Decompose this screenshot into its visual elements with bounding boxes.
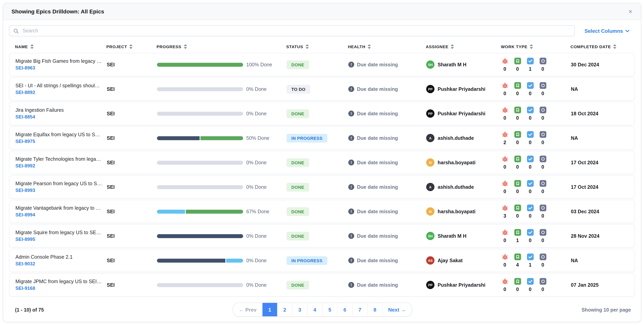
warning-icon: ! [348, 233, 354, 239]
progress-bar [157, 234, 243, 238]
story-count: 0 [516, 164, 519, 170]
work-type-bug: 0 [501, 82, 508, 96]
project-cell: SEI [107, 111, 157, 116]
epic-id-link[interactable]: SEI-8995 [16, 237, 102, 242]
epic-id-link[interactable]: SEI-8994 [16, 212, 102, 218]
select-columns-button[interactable]: Select Columns [584, 28, 632, 34]
progress-cell: 100% Done [157, 62, 286, 67]
progress-segment [157, 234, 243, 238]
health-cell: ! Due date missing [348, 111, 426, 116]
epic-id-link[interactable]: SEI-8963 [16, 65, 102, 71]
progress-segment [157, 63, 243, 66]
next-page-button[interactable]: Next → [383, 303, 412, 316]
project-cell: SEI [107, 233, 157, 239]
work-type-task: 0 [526, 278, 534, 292]
progress-segment [157, 136, 200, 140]
task-count: 0 [529, 91, 532, 96]
epic-id-link[interactable]: SEI-8854 [16, 114, 102, 120]
epic-icon [540, 82, 546, 89]
epic-id-link[interactable]: SEI-8892 [16, 90, 102, 95]
health-cell: ! Due date missing [348, 258, 426, 263]
sort-icon[interactable] [184, 44, 187, 49]
assignee-name: ashish.duthade [438, 135, 474, 141]
epic-id-link[interactable]: SEI-8975 [16, 139, 102, 144]
progress-cell: 67% Done [157, 209, 286, 214]
prev-page-button[interactable]: ← Prev [233, 303, 262, 316]
work-type-story: 0 [514, 106, 521, 121]
sort-icon[interactable] [306, 44, 309, 49]
column-header-status[interactable]: Status [286, 44, 348, 49]
page-button-1[interactable]: 1 [262, 303, 278, 316]
page-button-8[interactable]: 8 [368, 303, 383, 316]
story-count: 0 [516, 91, 519, 96]
status-cell: DONE [286, 232, 348, 240]
work-type-epic: 0 [539, 278, 546, 292]
page-button-5[interactable]: 5 [322, 303, 338, 316]
health-cell: ! Due date missing [348, 62, 426, 67]
epic-icon [540, 253, 546, 260]
work-type-cell: 0 0 0 0 [501, 180, 571, 194]
epic-id-link[interactable]: SEI-9032 [16, 261, 102, 267]
sort-icon[interactable] [451, 44, 454, 49]
task-icon [527, 253, 534, 260]
epic-id-link[interactable]: SEI-8992 [16, 163, 102, 169]
page-button-2[interactable]: 2 [278, 303, 292, 316]
assignee-name: Sharath M H [438, 62, 466, 67]
progress-segment [157, 259, 225, 262]
epic-id-link[interactable]: SEI-9168 [16, 286, 102, 291]
sort-icon[interactable] [368, 44, 371, 49]
epic-name-cell: SEI - UI - All strings / spellings shoul… [16, 83, 107, 95]
epic-count: 0 [542, 140, 544, 145]
table-header-row: Name Project Progress Status Health Assi… [3, 39, 641, 53]
bug-count: 2 [504, 140, 506, 145]
status-cell: DONE [286, 281, 348, 289]
table-row: Migrate Pearson from legacy US to SEI on… [9, 175, 635, 199]
task-count: 1 [529, 262, 532, 268]
column-header-health[interactable]: Health [348, 44, 426, 49]
sort-icon[interactable] [530, 44, 533, 49]
page-button-4[interactable]: 4 [308, 303, 322, 316]
epic-count: 0 [542, 115, 544, 121]
avatar: SH [426, 60, 434, 69]
epic-icon [540, 229, 546, 236]
avatar: PP [426, 281, 434, 289]
work-type-task: 0 [526, 180, 534, 194]
task-icon [527, 57, 534, 64]
page-button-7[interactable]: 7 [353, 303, 368, 316]
table-row: Migrate Tyler Technologies from legacy U… [9, 151, 635, 174]
page-button-3[interactable]: 3 [292, 303, 308, 316]
bug-count: 0 [504, 164, 506, 170]
close-icon[interactable]: ✕ [628, 9, 632, 14]
page-button-6[interactable]: 6 [338, 303, 353, 316]
progress-segment [157, 283, 243, 287]
column-header-progress[interactable]: Progress [156, 44, 286, 49]
assignee-cell: PP Pushkar Priyadarshi [426, 109, 501, 118]
column-header-project[interactable]: Project [106, 44, 156, 49]
work-type-cell: 2 0 0 0 [501, 131, 571, 145]
work-type-epic: 0 [539, 131, 546, 145]
sort-icon[interactable] [613, 44, 616, 49]
work-type-story: 0 [514, 82, 521, 96]
progress-label: 0% Done [246, 258, 267, 263]
progress-bar [157, 87, 243, 91]
sort-icon[interactable] [130, 44, 133, 49]
story-icon [514, 82, 521, 89]
assignee-cell: AS Ajay Sakat [426, 256, 501, 265]
search-input[interactable] [22, 28, 571, 34]
progress-segment [200, 136, 243, 140]
work-type-epic: 0 [539, 204, 546, 219]
completed-date-cell: NA [571, 86, 630, 92]
status-cell: DONE [286, 183, 348, 191]
column-header-name[interactable]: Name [15, 44, 106, 49]
search-box[interactable] [9, 25, 575, 36]
column-header-completed-date[interactable]: Completed Date [570, 44, 633, 49]
column-header-assignee[interactable]: Assignee [426, 44, 501, 49]
completed-date-cell: NA [571, 135, 630, 141]
epic-id-link[interactable]: SEI-8993 [16, 188, 102, 193]
epic-count: 0 [542, 189, 544, 194]
health-label: Due date missing [357, 233, 398, 239]
range-label: (1 - 10) of 75 [15, 307, 44, 313]
column-header-work-type[interactable]: Work Type [501, 44, 570, 49]
sort-icon[interactable] [30, 44, 34, 49]
table-row: Admin Console Phase 2.1 SEI-9032 SEI 0% … [9, 249, 635, 272]
